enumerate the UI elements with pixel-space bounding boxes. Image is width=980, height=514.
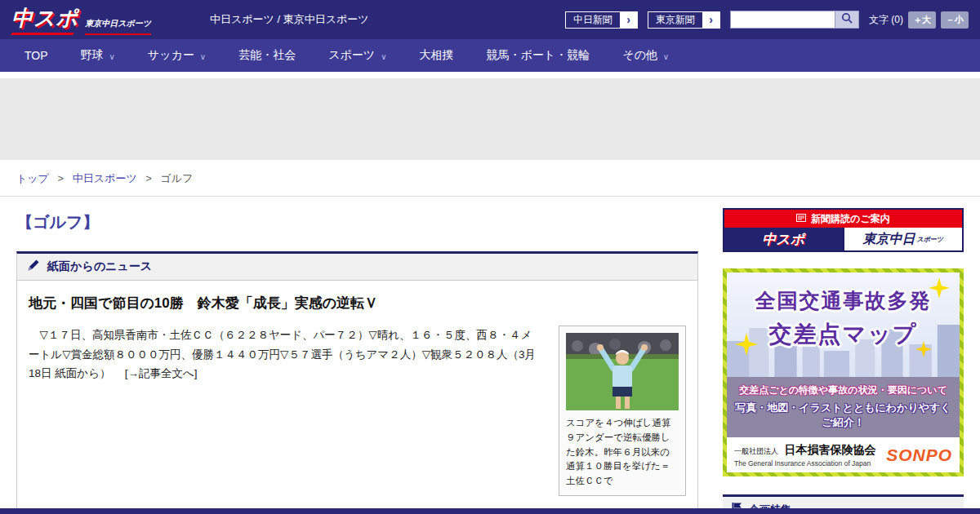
chevron-down-icon: ∨ [109, 50, 115, 61]
logo-tokyo-chunichi: 東京中日スポーツ [85, 18, 151, 35]
pencil-icon [27, 259, 40, 275]
chevron-down-icon: ∨ [381, 50, 386, 61]
search-icon [841, 12, 853, 27]
sonpo-association-name: 一般社団法人 日本損害保険協会 The General Insurance As… [734, 442, 875, 467]
sonpo-ad-title: 全国交通事故多発 交差点マップ [727, 273, 960, 350]
subscription-logo-tokyo-chunichi[interactable]: 東京中日 スポーツ [844, 228, 963, 250]
sidebar: 新聞購読のご案内 中スポ 東京中日 スポーツ [723, 208, 964, 514]
subscription-ad-banner[interactable]: 新聞購読のご案内 中スポ 東京中日 スポーツ [723, 208, 964, 252]
sonpo-ad-desc-line1: 交差点ごとの特徴や事故の状況・要因について [730, 383, 956, 397]
breadcrumb-link-chunichi-sports[interactable]: 中日スポーツ [73, 172, 137, 184]
chevron-down-icon: ∨ [200, 50, 206, 61]
logo-chuspo: 中スポ [11, 4, 78, 35]
article-figure: スコアを４つ伸ばし通算９アンダーで逆転優勝した鈴木。昨年６月以来の通算１０勝目を… [559, 326, 686, 496]
nav-item-sports[interactable]: スポーツ ∨ [312, 39, 403, 72]
top-ad-banner-slot [0, 78, 980, 160]
news-section-header: 紙面からのニュース [17, 254, 697, 281]
font-size-label: 文字 (0) [869, 13, 903, 27]
site-header: 中スポ 東京中日スポーツ 中日スポーツ / 東京中日スポーツ 中日新聞 › 東京… [0, 0, 980, 39]
article-title[interactable]: 地元・四国で節目の10勝 鈴木愛「成長」実感の逆転Ｖ [29, 294, 686, 312]
sonpo-ad-desc-line2: 写真・地図・イラストとともにわかりやすくご紹介！ [730, 401, 956, 430]
breadcrumb-current: ゴルフ [161, 172, 194, 184]
sonpo-logo: SONPO [886, 445, 952, 465]
article-full-text-link[interactable]: [→記事全文へ] [125, 367, 198, 379]
site-logo[interactable]: 中スポ 東京中日スポーツ [11, 4, 151, 35]
news-section: 紙面からのニュース 地元・四国で節目の10勝 鈴木愛「成長」実感の逆転Ｖ ▽１７… [16, 251, 698, 512]
search-box [730, 11, 859, 29]
font-size-controls: 文字 (0) ＋大 －小 [869, 11, 969, 29]
nav-item-soccer[interactable]: サッカー ∨ [131, 39, 222, 72]
nav-item-others[interactable]: その他 ∨ [606, 39, 685, 72]
subscription-ad-title: 新聞購読のご案内 [811, 212, 890, 226]
link-chunichi-shimbun-label: 中日新聞 [566, 12, 620, 28]
breadcrumb-link-top[interactable]: トップ [16, 172, 49, 184]
news-section-title: 紙面からのニュース [47, 259, 152, 274]
sonpo-association-prefix: 一般社団法人 [734, 447, 778, 455]
sonpo-association-en: The General Insurance Association of Jap… [734, 459, 875, 467]
site-title: 中日スポーツ / 東京中日スポーツ [210, 12, 369, 27]
nav-item-keiba-boat-keirin[interactable]: 競馬・ボート・競輪 [470, 39, 606, 72]
nav-item-label: 大相撲 [419, 48, 453, 63]
breadcrumb-separator: > [145, 172, 152, 184]
nav-item-label: サッカー [148, 48, 194, 63]
chevron-right-icon[interactable]: › [702, 12, 719, 28]
link-chunichi-shimbun[interactable]: 中日新聞 › [565, 11, 638, 29]
article-body-text: ▽１７日、高知県香南市・土佐ＣＣ（６２２８ヤード、パー７２）▽晴れ、１６・５度、… [29, 329, 536, 379]
nav-item-entertainment[interactable]: 芸能・社会 [222, 39, 312, 72]
nav-item-label: TOP [24, 49, 48, 62]
article-photo-caption: スコアを４つ伸ばし通算９アンダーで逆転優勝した鈴木。昨年６月以来の通算１０勝目を… [566, 416, 679, 489]
sonpo-ad-title-line1: 全国交通事故多発 [727, 273, 960, 314]
breadcrumb: トップ > 中日スポーツ > ゴルフ [0, 160, 980, 197]
newspaper-icon [796, 213, 806, 224]
search-button[interactable] [835, 11, 859, 29]
subscription-logo-tokyo-chunichi-sub: スポーツ [916, 235, 943, 244]
main-nav: TOP 野球 ∨ サッカー ∨ 芸能・社会 スポーツ ∨ 大相撲 競馬・ボート・… [0, 39, 980, 72]
subscription-logo-chuspo[interactable]: 中スポ [724, 228, 844, 250]
nav-item-label: 野球 [81, 48, 104, 63]
main-content: 【ゴルフ】 紙面からのニュース 地元・四国で節目の10勝 鈴木愛「成長」実感の逆… [0, 197, 980, 514]
nav-item-label: 競馬・ボート・競輪 [486, 48, 590, 63]
sonpo-association-jp: 日本損害保険協会 [784, 443, 875, 456]
nav-item-top[interactable]: TOP [8, 39, 65, 72]
nav-item-label: その他 [622, 48, 657, 63]
nav-item-label: 芸能・社会 [238, 48, 296, 63]
subscription-logo-tokyo-chunichi-main: 東京中日 [862, 231, 915, 248]
font-larger-button[interactable]: ＋大 [908, 11, 936, 29]
chevron-right-icon[interactable]: › [620, 12, 637, 28]
nav-item-sumo[interactable]: 大相撲 [403, 39, 470, 72]
page-title: 【ゴルフ】 [16, 211, 698, 233]
sonpo-ad-banner[interactable]: 全国交通事故多発 交差点マップ 交差点ごとの特徴や事故の状況・要因について 写真… [723, 268, 964, 476]
chevron-down-icon: ∨ [663, 50, 669, 61]
link-tokyo-shimbun-label: 東京新聞 [648, 12, 702, 28]
left-column: 【ゴルフ】 紙面からのニュース 地元・四国で節目の10勝 鈴木愛「成長」実感の逆… [16, 208, 698, 512]
search-input[interactable] [730, 11, 835, 29]
nav-item-label: スポーツ [328, 48, 375, 63]
nav-item-baseball[interactable]: 野球 ∨ [65, 39, 131, 72]
link-tokyo-shimbun[interactable]: 東京新聞 › [648, 11, 720, 29]
breadcrumb-separator: > [58, 172, 65, 184]
news-section-body: 地元・四国で節目の10勝 鈴木愛「成長」実感の逆転Ｖ ▽１７日、高知県香南市・土… [17, 281, 697, 511]
article-photo[interactable] [566, 333, 679, 410]
article-body: ▽１７日、高知県香南市・土佐ＣＣ（６２２８ヤード、パー７２）▽晴れ、１６・５度、… [29, 326, 542, 383]
font-smaller-button[interactable]: －小 [941, 11, 969, 29]
footer-bar [0, 508, 980, 514]
sonpo-ad-title-line2: 交差点マップ [727, 319, 960, 350]
